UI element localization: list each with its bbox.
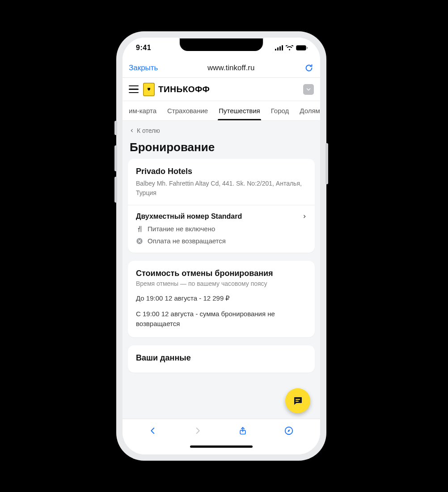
- svg-rect-9: [296, 401, 299, 402]
- svg-rect-6: [307, 47, 308, 49]
- header-dropdown-button[interactable]: [303, 84, 314, 95]
- battery-icon: [296, 45, 308, 51]
- browser-forward-button[interactable]: [194, 425, 202, 436]
- chevron-left-icon: [149, 425, 157, 436]
- phone-side-button: [114, 145, 117, 171]
- hotel-name: Privado Hotels: [136, 167, 307, 176]
- chevron-right-icon: [194, 425, 202, 436]
- browser-bottom-bar: [123, 419, 320, 442]
- chevron-right-icon: [302, 213, 307, 220]
- home-indicator-area: [123, 442, 320, 454]
- home-indicator[interactable]: [190, 445, 253, 448]
- tab-insurance[interactable]: Страхование: [167, 101, 208, 120]
- chat-icon: [292, 395, 303, 406]
- your-data-card: Ваши данные: [128, 345, 315, 373]
- divider: [128, 205, 315, 205]
- brand-name: ТИНЬКОФФ: [158, 85, 210, 94]
- chevron-left-icon: [130, 128, 134, 133]
- phone-side-button: [114, 121, 117, 135]
- hotel-address: Balbey Mh. Fahrettin Altay Cd, 441. Sk. …: [136, 179, 307, 198]
- category-tabs: им-карта Страхование Путешествия Город Д…: [123, 101, 320, 121]
- cancellation-card: Стоимость отмены бронирования Время отме…: [128, 261, 315, 337]
- tab-city[interactable]: Город: [271, 101, 289, 120]
- browser-top-bar: Закрыть www.tinkoff.ru: [123, 58, 320, 78]
- share-icon: [238, 425, 247, 436]
- your-data-title: Ваши данные: [136, 353, 307, 363]
- back-link[interactable]: К отелю: [128, 121, 315, 140]
- cancellation-subtitle: Время отмены — по вашему часовому поясу: [136, 280, 307, 287]
- back-link-label: К отелю: [137, 127, 160, 134]
- svg-rect-5: [297, 46, 305, 50]
- status-time: 9:41: [136, 44, 151, 52]
- svg-rect-8: [296, 399, 300, 400]
- feature-refund: Оплата не возвращается: [136, 237, 307, 245]
- browser-share-button[interactable]: [238, 425, 247, 436]
- room-name: Двухместный номер Standard: [136, 212, 298, 221]
- browser-tabs-button[interactable]: [284, 426, 294, 436]
- reload-icon: [304, 63, 314, 73]
- tab-travel[interactable]: Путешествия: [219, 101, 260, 120]
- shield-icon: [143, 83, 155, 96]
- compass-icon: [284, 426, 294, 436]
- cancellation-line: С 19:00 12 августа - сумма бронирования …: [136, 309, 307, 329]
- svg-rect-3: [282, 45, 283, 51]
- svg-rect-2: [279, 47, 281, 51]
- page-content: К отелю Бронирование Privado Hotels Balb…: [123, 121, 320, 419]
- browser-url[interactable]: www.tinkoff.ru: [207, 64, 255, 72]
- phone-side-button: [114, 177, 117, 203]
- site-header: ТИНЬКОФФ: [123, 78, 320, 101]
- page-title: Бронирование: [128, 140, 315, 159]
- cancellation-title: Стоимость отмены бронирования: [136, 269, 307, 278]
- tab-dolyami[interactable]: Долями: [300, 101, 320, 120]
- room-row[interactable]: Двухместный номер Standard: [136, 212, 307, 221]
- menu-button[interactable]: [129, 85, 139, 93]
- chevron-down-icon: [305, 86, 312, 93]
- cutlery-icon: [136, 225, 143, 233]
- feature-text: Питание не включено: [148, 225, 215, 233]
- phone-side-button: [325, 143, 328, 184]
- browser-reload-button[interactable]: [304, 63, 314, 73]
- feature-text: Оплата не возвращается: [148, 237, 226, 245]
- x-circle-icon: [136, 238, 143, 245]
- chat-button[interactable]: [285, 388, 310, 413]
- feature-meals: Питание не включено: [136, 225, 307, 233]
- hamburger-icon: [129, 85, 139, 87]
- brand-logo[interactable]: ТИНЬКОФФ: [143, 83, 210, 96]
- status-bar: 9:41: [123, 38, 320, 58]
- phone-screen: 9:41 Закрыть www.tinkoff.ru: [123, 38, 320, 454]
- cellular-icon: [275, 45, 283, 51]
- browser-back-button[interactable]: [149, 425, 157, 436]
- phone-notch: [179, 38, 264, 51]
- tab-sim[interactable]: им-карта: [129, 101, 156, 120]
- cancellation-line: До 19:00 12 августа - 12 299 ₽: [136, 293, 307, 304]
- svg-rect-1: [277, 47, 279, 51]
- status-indicators: [275, 45, 308, 51]
- hotel-card: Privado Hotels Balbey Mh. Fahrettin Alta…: [128, 159, 315, 253]
- browser-close-button[interactable]: Закрыть: [129, 64, 158, 72]
- phone-frame: 9:41 Закрыть www.tinkoff.ru: [116, 31, 326, 461]
- wifi-icon: [286, 45, 293, 51]
- svg-rect-0: [275, 49, 276, 51]
